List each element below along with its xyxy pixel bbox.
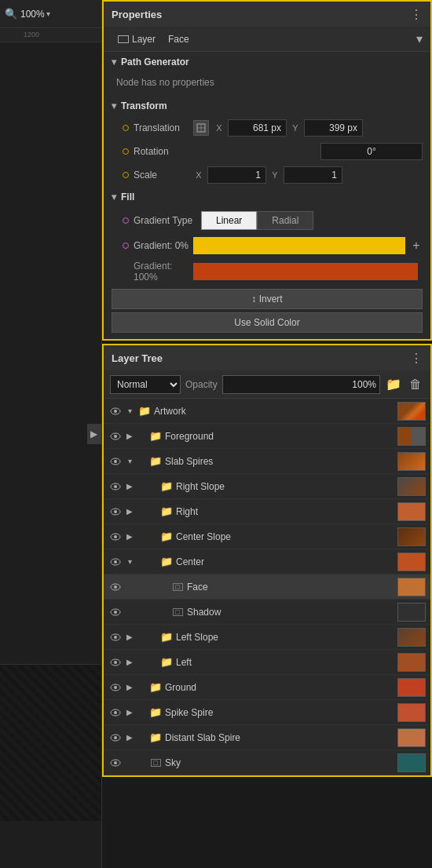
tab-face[interactable]: Face — [162, 32, 196, 46]
opacity-input[interactable] — [222, 375, 380, 394]
zoom-value[interactable]: 100% — [20, 9, 45, 20]
layer-expand-arrow[interactable]: ▶ — [124, 632, 135, 643]
rotation-input[interactable] — [320, 143, 423, 160]
layer-expand-arrow[interactable]: ▶ — [124, 682, 135, 693]
add-layer-folder-button[interactable]: 📁 — [385, 376, 402, 393]
layer-visibility-icon[interactable] — [108, 680, 123, 695]
layer-visibility-icon[interactable] — [108, 756, 123, 770]
layer-row[interactable]: ▶ 📁 Distant Slab Spire — [104, 725, 430, 750]
gradient-100-bar[interactable] — [193, 263, 418, 280]
layer-visibility-icon[interactable] — [108, 655, 123, 669]
scale-x-input[interactable] — [207, 166, 266, 184]
layer-row[interactable]: ▾ 📁 Slab Spires — [104, 449, 430, 474]
layer-tree-header: Layer Tree ⋮ — [104, 345, 430, 370]
sidebar-collapse-btn[interactable]: ▶ — [87, 424, 101, 444]
layer-visibility-icon[interactable] — [108, 404, 123, 418]
layer-row[interactable]: ▶ 📁 Left Slope — [104, 625, 430, 650]
layer-row[interactable]: □ Sky — [104, 750, 430, 775]
gradient-type-row: Gradient Type Linear Radial — [104, 207, 430, 234]
layer-type-icon: 📁 — [149, 706, 162, 719]
layer-row[interactable]: ▶ 📁 Right Slope — [104, 474, 430, 499]
layer-visibility-icon[interactable] — [108, 429, 123, 443]
properties-title: Properties — [112, 9, 162, 20]
layer-visibility-icon[interactable] — [108, 505, 123, 519]
fill-header[interactable]: ▾ Fill — [104, 187, 430, 207]
linear-button[interactable]: Linear — [201, 211, 257, 230]
path-generator-header[interactable]: ▾ Path Generator — [104, 52, 430, 72]
properties-panel-header: Properties ⋮ — [104, 2, 430, 27]
translation-y-input[interactable] — [304, 119, 363, 137]
zoom-dropdown-icon[interactable]: ▾ — [46, 9, 50, 18]
translation-x-label: X — [214, 123, 225, 133]
folder-icon: 📁 — [149, 681, 162, 693]
layer-type-icon: 📁 — [149, 731, 162, 744]
delete-layer-button[interactable]: 🗑 — [407, 376, 424, 393]
gradient-add-button[interactable]: + — [410, 239, 423, 253]
svg-point-14 — [114, 535, 117, 538]
layer-thumbnail — [397, 728, 426, 747]
layer-visibility-icon[interactable] — [108, 630, 123, 644]
layer-row[interactable]: ▶ 📁 Spike Spire — [104, 700, 430, 725]
layer-visibility-icon[interactable] — [108, 454, 123, 469]
svg-point-16 — [114, 560, 117, 563]
layer-expand-arrow[interactable]: ▾ — [124, 456, 135, 467]
layer-name: Left — [176, 657, 397, 668]
layer-row[interactable]: ▶ 📁 Center Slope — [104, 524, 430, 549]
gradient-0-label-container: Gradient: 0% — [123, 240, 193, 251]
blend-mode-select[interactable]: Normal — [110, 375, 181, 394]
layer-visibility-icon[interactable] — [108, 706, 123, 720]
layer-visibility-icon[interactable] — [108, 731, 123, 745]
layer-expand-arrow[interactable]: ▶ — [124, 732, 135, 743]
layer-row[interactable]: ▶ 📁 Ground — [104, 675, 430, 700]
layer-visibility-icon[interactable] — [108, 480, 123, 494]
rotation-row: Rotation — [104, 140, 430, 163]
svg-point-22 — [114, 636, 117, 639]
scale-circle — [123, 172, 129, 178]
layer-visibility-icon[interactable] — [108, 580, 123, 594]
layer-row[interactable]: □ Shadow — [104, 600, 430, 625]
layer-visibility-icon[interactable] — [108, 530, 123, 544]
layer-type-icon: 📁 — [138, 405, 151, 418]
layer-row[interactable]: ▶ 📁 Left — [104, 650, 430, 675]
scale-label-container: Scale — [123, 170, 193, 181]
svg-point-26 — [114, 686, 117, 689]
svg-point-12 — [114, 510, 117, 513]
tab-dropdown-icon[interactable]: ▾ — [416, 31, 423, 46]
layer-expand-arrow[interactable]: ▶ — [124, 506, 135, 517]
layer-expand-arrow[interactable]: ▶ — [124, 531, 135, 542]
svg-point-30 — [114, 736, 117, 739]
transform-title: Transform — [121, 100, 167, 111]
layer-row[interactable]: □ Face — [104, 574, 430, 600]
properties-menu-icon[interactable]: ⋮ — [410, 7, 423, 22]
layer-expand-arrow[interactable]: ▾ — [124, 406, 135, 417]
layer-expand-arrow[interactable]: ▶ — [124, 481, 135, 492]
layer-name: Shadow — [187, 607, 397, 618]
layer-visibility-icon[interactable] — [108, 605, 123, 619]
invert-button[interactable]: ↕ Invert — [112, 289, 423, 309]
layer-tree-menu-icon[interactable]: ⋮ — [410, 351, 423, 366]
layer-type-icon: 📁 — [160, 556, 173, 568]
layer-expand-arrow[interactable]: ▶ — [124, 657, 135, 668]
layer-thumbnail — [397, 553, 426, 571]
scale-y-input[interactable] — [284, 166, 342, 184]
panels-container: Properties ⋮ Layer Face ▾ ▾ Path Generat… — [102, 0, 432, 868]
layer-name: Center — [176, 556, 397, 567]
layer-visibility-icon[interactable] — [108, 555, 123, 569]
folder-icon: 📁 — [149, 731, 162, 743]
layer-expand-arrow[interactable]: ▶ — [124, 707, 135, 718]
transform-header[interactable]: ▾ Transform — [104, 96, 430, 116]
layer-expand-arrow[interactable]: ▾ — [124, 556, 135, 567]
gradient-0-bar[interactable] — [193, 237, 405, 254]
layer-row[interactable]: ▾ 📁 Artwork — [104, 399, 430, 424]
layer-row[interactable]: ▶ 📁 Right — [104, 499, 430, 524]
layer-row[interactable]: ▶ 📁 Foreground — [104, 424, 430, 449]
radial-button[interactable]: Radial — [257, 211, 313, 230]
zoom-bar: 🔍 100% ▾ — [0, 0, 101, 28]
gradient-0-label: Gradient: 0% — [134, 240, 189, 251]
properties-panel: Properties ⋮ Layer Face ▾ ▾ Path Generat… — [102, 0, 432, 341]
use-solid-color-button[interactable]: Use Solid Color — [112, 312, 423, 333]
translation-x-input[interactable] — [228, 119, 287, 137]
layer-expand-arrow[interactable]: ▶ — [124, 431, 135, 442]
tab-layer[interactable]: Layer — [112, 32, 162, 46]
layer-row[interactable]: ▾ 📁 Center — [104, 549, 430, 574]
